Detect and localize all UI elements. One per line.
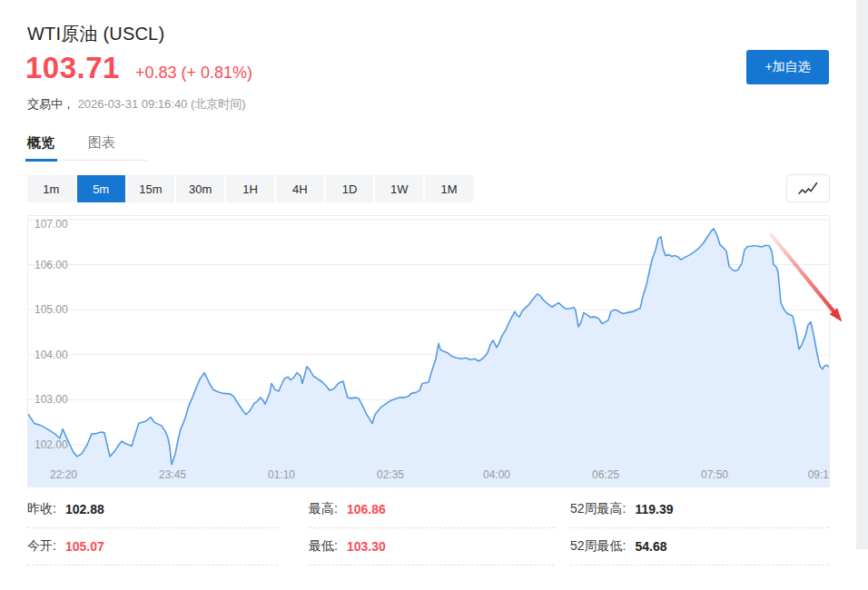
stat-label: 52周最低: [570,538,626,555]
timeframe-button-1W[interactable]: 1W [375,175,425,202]
line-chart-icon [798,182,818,196]
stats-column-day: 昨收:102.88今开:105.07 [27,491,278,565]
stat-value: 119.39 [635,502,673,516]
stat-value: 106.86 [347,502,386,516]
market-status-row: 交易中， 2026-03-31 09:16:40 (北京时间) [27,96,246,113]
stat-row: 昨收:102.88 [27,491,278,528]
price-chart-canvas[interactable]: 102.00103.00104.00105.00106.00107.0022:2… [27,215,830,487]
price-change: +0.83 (+ 0.81%) [135,64,252,83]
timeframe-button-1M[interactable]: 1M [425,175,473,202]
quote-timestamp: 2026-03-31 09:16:40 [78,97,188,111]
tab-chart[interactable]: 图表 [88,134,115,152]
stat-label: 52周最高: [570,501,626,517]
stat-value: 54.68 [635,539,666,554]
stats-column-52week: 52周最高:119.3952周最低:54.68 [570,491,829,565]
x-axis-tick-label: 07:50 [701,468,728,481]
market-status: 交易中， [27,97,74,111]
tab-overview[interactable]: 概览 [27,134,54,152]
stat-label: 最高: [309,501,338,517]
stat-value: 102.88 [65,502,104,516]
stat-label: 最低: [309,538,338,555]
timeframe-button-30m[interactable]: 30m [176,175,226,202]
timeframe-button-15m[interactable]: 15m [127,175,177,202]
stat-label: 今开: [27,538,56,555]
y-axis-tick-label: 104.00 [35,349,68,361]
y-axis-tick-label: 102.00 [35,438,68,451]
price-chart-svg: 102.00103.00104.00105.00106.00107.0022:2… [27,215,844,487]
timeframe-button-4H[interactable]: 4H [276,175,326,202]
timeframe-button-1D[interactable]: 1D [326,175,376,202]
stats-column-range: 最高:106.86最低:103.30 [309,491,555,565]
scrollbar-thumb[interactable] [856,0,868,549]
stat-value: 105.07 [65,539,104,554]
x-axis-tick-label: 06:25 [592,468,619,481]
active-tab-underline [25,159,57,162]
y-axis-tick-label: 106.00 [35,259,68,271]
y-axis-tick-label: 105.00 [35,303,68,316]
x-axis-tick-label: 04:00 [483,468,510,481]
x-axis-tick-label: 23:45 [159,468,186,481]
y-axis-tick-label: 107.00 [35,218,68,231]
stat-row: 52周最高:119.39 [570,491,829,528]
x-axis-tick-label: 22:20 [50,468,77,481]
x-axis-tick-label: 09:1 [808,468,830,481]
x-axis-tick-label: 01:10 [268,468,295,481]
y-axis-tick-label: 103.00 [35,393,68,406]
stat-row: 最低:103.30 [309,528,555,565]
stat-row: 最高:106.86 [309,491,555,528]
timeframe-bar: 1m5m15m30m1H4H1D1W1M [27,175,473,202]
x-axis-tick-label: 02:35 [377,468,404,481]
stat-value: 103.30 [347,539,386,554]
wti-crude-quote-page: { "colors": { "accent_blue": "#1677d2", … [0,0,868,590]
stat-label: 昨收: [27,501,56,517]
current-price: 103.71 [25,51,120,85]
stat-row: 今开:105.07 [27,528,278,565]
timeframe-button-1H[interactable]: 1H [226,175,276,202]
add-to-watchlist-button[interactable]: +加自选 [746,50,829,84]
chart-style-toggle-button[interactable] [786,174,830,202]
price-area-fill [28,229,829,487]
timeframe-button-1m[interactable]: 1m [27,175,77,202]
price-row: 103.71 +0.83 (+ 0.81%) [25,51,252,85]
quote-timezone: (北京时间) [191,97,246,111]
stat-row: 52周最低:54.68 [570,528,829,565]
page-title: WTI原油 (USCL) [27,22,164,46]
timeframe-button-5m[interactable]: 5m [77,175,127,202]
